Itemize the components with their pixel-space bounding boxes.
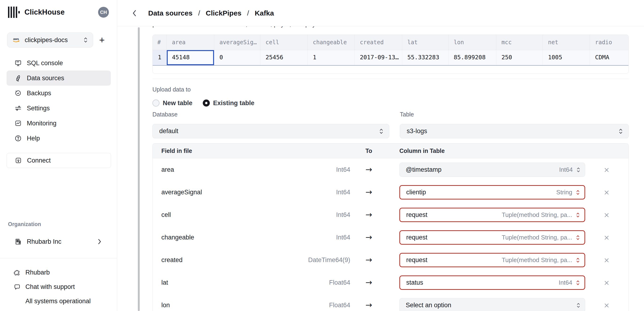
- column-select-invalid[interactable]: clientip String: [400, 185, 585, 200]
- arrow-right-icon: →: [359, 249, 378, 271]
- sidebar-item-sql-console[interactable]: SQL console: [6, 56, 111, 70]
- database-select[interactable]: default: [152, 124, 389, 138]
- column-header-mcc: mcc: [496, 35, 543, 50]
- field-name: lat: [161, 271, 168, 294]
- vertical-scrollbar[interactable]: [138, 27, 140, 311]
- cell-lat[interactable]: 55.332283: [402, 50, 448, 65]
- settings-icon: [14, 105, 22, 112]
- remove-mapping-button[interactable]: ×: [602, 233, 612, 243]
- remove-mapping-button[interactable]: ×: [602, 255, 612, 266]
- aws-icon: aws: [12, 37, 20, 43]
- preview-table-header-row: # area averageSig… cell changeable creat…: [153, 35, 628, 50]
- svg-text:aws: aws: [13, 37, 19, 41]
- remove-mapping-button[interactable]: ×: [602, 165, 612, 175]
- field-name: created: [161, 249, 182, 271]
- chevron-right-icon: [98, 238, 101, 245]
- cell-area-selected[interactable]: 45148: [166, 50, 214, 65]
- field-name: changeable: [161, 226, 194, 249]
- sidebar-item-rhubarb[interactable]: Rhubarb: [6, 265, 111, 280]
- radio-new-table-label[interactable]: New table: [163, 100, 192, 107]
- sidebar-item-system-status[interactable]: All systems operational: [6, 294, 111, 308]
- field-type: Int64: [280, 226, 350, 249]
- field-name: lon: [161, 294, 170, 311]
- clickhouse-logo-icon: [8, 6, 20, 18]
- mapping-header-column: Column in Table: [400, 144, 445, 158]
- column-select-invalid[interactable]: request Tuple(method String, pa...: [400, 208, 585, 222]
- chevron-updown-icon: [379, 128, 384, 135]
- radio-existing-table-label[interactable]: Existing table: [213, 100, 254, 107]
- breadcrumb-data-sources[interactable]: Data sources: [148, 9, 192, 17]
- chevron-updown-icon: [576, 234, 580, 241]
- sidebar: ClickHouse CH aws clickpipes-docs +: [0, 0, 117, 311]
- field-name: averageSignal: [161, 181, 202, 204]
- chevron-updown-icon: [576, 189, 580, 196]
- mapping-header-to: To: [359, 144, 378, 158]
- remove-mapping-button[interactable]: ×: [602, 188, 612, 198]
- cell-created[interactable]: 2017-09-13…: [354, 50, 402, 65]
- add-service-button[interactable]: +: [93, 33, 111, 47]
- breadcrumb-clickpipes[interactable]: ClickPipes: [206, 9, 242, 17]
- connect-button[interactable]: Connect: [6, 153, 111, 168]
- sidebar-item-settings[interactable]: Settings: [6, 101, 111, 116]
- sidebar-item-monitoring[interactable]: Monitoring: [6, 116, 111, 131]
- puzzle-icon: [14, 269, 21, 276]
- sidebar-item-data-sources[interactable]: Data sources: [6, 70, 111, 86]
- remove-mapping-button[interactable]: ×: [602, 300, 612, 311]
- column-header-changeable: changeable: [308, 35, 354, 50]
- radio-new-table[interactable]: [152, 100, 160, 106]
- data-sources-icon: [14, 74, 22, 82]
- sidebar-item-help[interactable]: Help: [6, 131, 111, 146]
- sidebar-item-chat-support[interactable]: Chat with support: [6, 280, 111, 294]
- breadcrumb-kafka: Kafka: [255, 9, 274, 17]
- mapping-row-lon: lon Float64 → Select an option ×: [153, 294, 628, 311]
- sidebar-item-label: Settings: [27, 105, 50, 112]
- database-label: Database: [152, 111, 178, 118]
- cell-net[interactable]: 1005: [543, 50, 590, 65]
- field-type: Float64: [280, 294, 350, 311]
- arrow-right-icon: →: [359, 271, 378, 293]
- column-select-invalid[interactable]: status Int64: [400, 276, 585, 290]
- column-select-invalid[interactable]: request Tuple(method String, pa...: [400, 253, 585, 267]
- arrow-right-icon: →: [359, 294, 378, 311]
- field-name: cell: [161, 204, 171, 226]
- radio-existing-table[interactable]: [203, 100, 210, 106]
- field-type: Float64: [280, 271, 350, 294]
- chat-bubble-icon: [14, 284, 21, 290]
- preview-table-footer: [153, 66, 628, 74]
- remove-mapping-button[interactable]: ×: [602, 210, 612, 220]
- organization-name: Rhubarb Inc: [27, 238, 62, 245]
- table-select[interactable]: s3-logs: [400, 124, 629, 138]
- organization-section-label: Organization: [8, 221, 41, 228]
- field-type: Int64: [280, 204, 350, 226]
- sidebar-nav: SQL console Data sources Backups: [6, 56, 111, 146]
- footer-item-label: All systems operational: [26, 298, 91, 305]
- cell-radio[interactable]: CDMA: [590, 50, 628, 65]
- column-select-placeholder[interactable]: Select an option: [400, 298, 585, 311]
- mapping-row-created: created DateTime64(9) → request Tuple(me…: [153, 249, 628, 271]
- avatar[interactable]: CH: [98, 7, 109, 18]
- column-header-net: net: [543, 35, 590, 50]
- upload-section-title: Upload data to: [152, 86, 191, 93]
- chevron-updown-icon: [576, 302, 580, 309]
- back-button[interactable]: [132, 9, 140, 17]
- service-selector[interactable]: aws clickpipes-docs: [7, 32, 93, 48]
- remove-mapping-button[interactable]: ×: [602, 278, 612, 288]
- organization-switcher[interactable]: Rhubarb Inc: [6, 234, 111, 249]
- mapping-row-area: area Int64 → @timestamp Int64 ×: [153, 158, 628, 181]
- cell-lon[interactable]: 85.899208: [448, 50, 496, 65]
- section-divider: [152, 79, 629, 79]
- footer-item-label: Chat with support: [26, 283, 75, 290]
- cell-cell[interactable]: 25456: [260, 50, 308, 65]
- cell-changeable[interactable]: 1: [308, 50, 354, 65]
- column-header-radio: radio: [590, 35, 628, 50]
- column-select-invalid[interactable]: request Tuple(method String, pa...: [400, 230, 585, 245]
- cell-averagesignal[interactable]: 0: [214, 50, 260, 65]
- clickhouse-logo[interactable]: ClickHouse: [8, 6, 65, 18]
- column-header-created: created: [354, 35, 402, 50]
- sidebar-item-label: Data sources: [27, 74, 64, 82]
- row-number-cell[interactable]: 1: [153, 50, 166, 65]
- cell-mcc[interactable]: 250: [496, 50, 543, 65]
- field-type: DateTime64(9): [280, 249, 350, 271]
- column-select[interactable]: @timestamp Int64: [400, 162, 585, 177]
- sidebar-item-backups[interactable]: Backups: [6, 86, 111, 101]
